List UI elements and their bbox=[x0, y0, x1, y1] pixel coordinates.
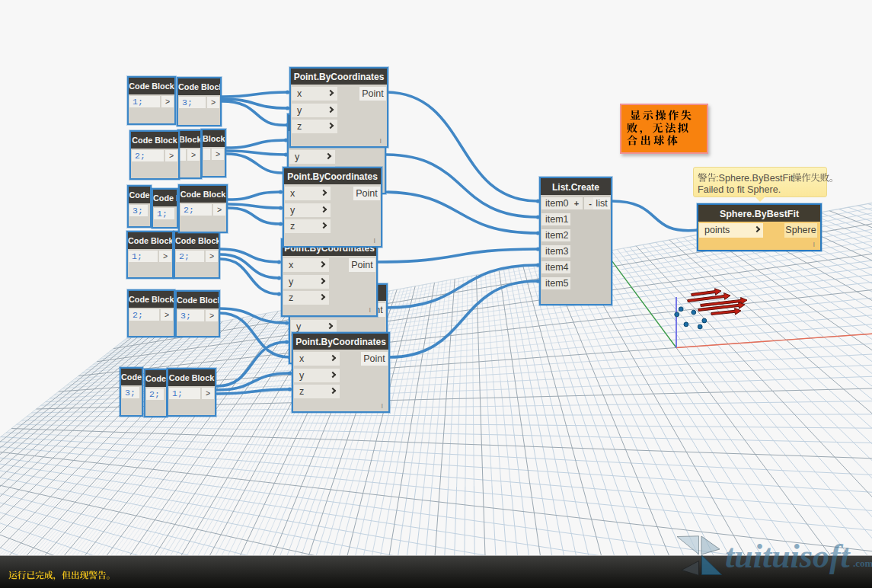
svg-text:.com: .com bbox=[853, 558, 872, 569]
svg-text:tuituisoft: tuituisoft bbox=[725, 538, 851, 575]
